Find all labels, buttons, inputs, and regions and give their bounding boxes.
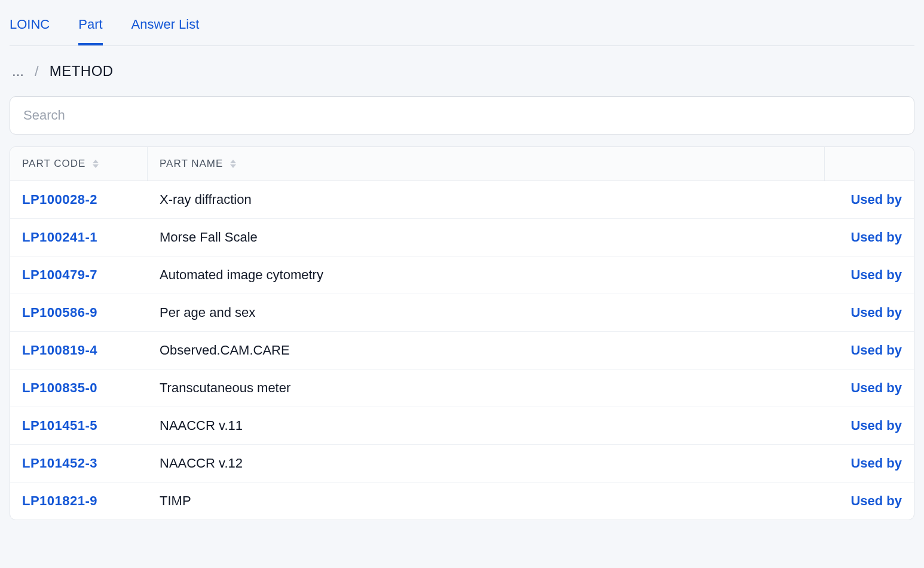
cell-part-code: LP100479-7 (10, 256, 148, 294)
used-by-link[interactable]: Used by (850, 267, 902, 282)
cell-actions: Used by (824, 445, 914, 482)
cell-actions: Used by (824, 256, 914, 294)
used-by-link[interactable]: Used by (850, 380, 902, 395)
part-code-link[interactable]: LP100241-1 (22, 230, 97, 245)
cell-part-name: Automated image cytometry (148, 256, 824, 294)
part-code-link[interactable]: LP100028-2 (22, 192, 97, 207)
breadcrumb-ellipsis[interactable]: ... (12, 63, 24, 80)
cell-actions: Used by (824, 483, 914, 520)
tab-part[interactable]: Part (78, 17, 102, 45)
cell-part-code: LP100241-1 (10, 219, 148, 256)
column-header-part-code[interactable]: PART CODE (10, 147, 148, 181)
table-row: LP100819-4Observed.CAM.CAREUsed by (10, 332, 914, 369)
used-by-link[interactable]: Used by (850, 305, 902, 320)
parts-table: PART CODE PART NAME LP100028-2X-ray diff… (10, 146, 914, 520)
table-row: LP101451-5NAACCR v.11Used by (10, 407, 914, 445)
used-by-link[interactable]: Used by (850, 343, 902, 358)
cell-part-code: LP100819-4 (10, 332, 148, 369)
part-code-link[interactable]: LP100586-9 (22, 305, 97, 320)
used-by-link[interactable]: Used by (850, 418, 902, 433)
part-code-link[interactable]: LP101452-3 (22, 456, 97, 471)
tab-answer-list[interactable]: Answer List (131, 17, 200, 45)
cell-actions: Used by (824, 181, 914, 218)
cell-part-code: LP100835-0 (10, 369, 148, 407)
cell-part-name: Morse Fall Scale (148, 219, 824, 256)
tabs-bar: LOINC Part Answer List (10, 0, 914, 46)
cell-actions: Used by (824, 332, 914, 369)
part-code-link[interactable]: LP100835-0 (22, 380, 97, 395)
column-header-part-name[interactable]: PART NAME (148, 147, 824, 181)
search-input[interactable] (10, 96, 914, 135)
cell-actions: Used by (824, 219, 914, 256)
cell-part-name: Per age and sex (148, 294, 824, 331)
part-code-link[interactable]: LP101821-9 (22, 493, 97, 508)
cell-part-code: LP101821-9 (10, 483, 148, 520)
table-header: PART CODE PART NAME (10, 147, 914, 181)
cell-actions: Used by (824, 369, 914, 407)
table-row: LP100479-7Automated image cytometryUsed … (10, 256, 914, 294)
cell-part-code: LP101452-3 (10, 445, 148, 482)
cell-part-name: X-ray diffraction (148, 181, 824, 218)
column-header-label: PART NAME (160, 158, 223, 170)
table-row: LP100028-2X-ray diffractionUsed by (10, 181, 914, 219)
part-code-link[interactable]: LP100819-4 (22, 343, 97, 358)
breadcrumb-current: METHOD (50, 63, 114, 80)
cell-part-name: NAACCR v.11 (148, 407, 824, 444)
sort-icon (230, 160, 236, 168)
cell-actions: Used by (824, 294, 914, 331)
table-row: LP100241-1Morse Fall ScaleUsed by (10, 219, 914, 256)
table-row: LP100586-9Per age and sexUsed by (10, 294, 914, 332)
table-row: LP100835-0Transcutaneous meterUsed by (10, 369, 914, 407)
sort-icon (93, 160, 99, 168)
cell-part-name: TIMP (148, 483, 824, 520)
cell-actions: Used by (824, 407, 914, 444)
used-by-link[interactable]: Used by (850, 192, 902, 207)
table-row: LP101452-3NAACCR v.12Used by (10, 445, 914, 483)
table-body: LP100028-2X-ray diffractionUsed byLP1002… (10, 181, 914, 520)
table-row: LP101821-9TIMPUsed by (10, 483, 914, 520)
part-code-link[interactable]: LP100479-7 (22, 267, 97, 282)
breadcrumb-separator: / (35, 63, 39, 80)
search-wrap (10, 96, 914, 135)
column-header-actions (824, 147, 914, 181)
breadcrumb: ... / METHOD (10, 63, 914, 80)
cell-part-code: LP100028-2 (10, 181, 148, 218)
cell-part-name: Transcutaneous meter (148, 369, 824, 407)
cell-part-name: Observed.CAM.CARE (148, 332, 824, 369)
used-by-link[interactable]: Used by (850, 493, 902, 508)
part-code-link[interactable]: LP101451-5 (22, 418, 97, 433)
cell-part-name: NAACCR v.12 (148, 445, 824, 482)
used-by-link[interactable]: Used by (850, 456, 902, 471)
column-header-label: PART CODE (22, 158, 85, 170)
tab-loinc[interactable]: LOINC (10, 17, 50, 45)
cell-part-code: LP101451-5 (10, 407, 148, 444)
used-by-link[interactable]: Used by (850, 230, 902, 245)
cell-part-code: LP100586-9 (10, 294, 148, 331)
